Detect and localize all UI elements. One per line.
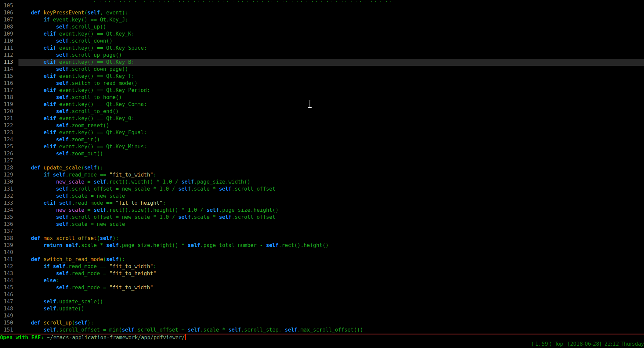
code-text[interactable]: self.scroll_to_home(): [18, 94, 644, 101]
code-line[interactable]: 138 def max_scroll_offset(self):: [0, 235, 644, 242]
code-text[interactable]: self.scroll_offset = new_scale * 1.0 / s…: [18, 186, 644, 193]
code-line-current[interactable]: 113 elif event.key() == Qt.Key_B:: [0, 59, 644, 66]
code-text[interactable]: self.scroll_down_page(): [18, 66, 644, 73]
code-text[interactable]: self.zoom_out(): [18, 150, 644, 157]
code-text[interactable]: self.update_scale(): [18, 298, 644, 305]
code-line[interactable]: 141 def switch_to_read_mode(self):: [0, 256, 644, 263]
code-line[interactable]: 121 elif event.key() == Qt.Key_0:: [0, 115, 644, 122]
code-text[interactable]: self.scroll_down(): [18, 38, 644, 45]
code-line[interactable]: 142 if self.read_mode == "fit_to_width":: [0, 263, 644, 270]
code-line[interactable]: 146: [0, 291, 644, 298]
code-line[interactable]: 106 def keyPressEvent(self, event):: [0, 9, 644, 16]
code-line[interactable]: 134 new_scale = self.rect().size().heigh…: [0, 207, 644, 214]
code-line[interactable]: 127: [0, 157, 644, 164]
code-line[interactable]: 124 self.zoom_in(): [0, 136, 644, 143]
code-text[interactable]: self.scroll_offset = min(self.scroll_off…: [18, 327, 644, 334]
code-line[interactable]: 140: [0, 249, 644, 256]
code-line[interactable]: 119 elif event.key() == Qt.Key_Comma:: [0, 101, 644, 108]
code-line[interactable]: 151 self.scroll_offset = min(self.scroll…: [0, 327, 644, 334]
code-text[interactable]: self.scroll_up(): [18, 23, 644, 31]
code-line[interactable]: 149: [0, 312, 644, 319]
code-text[interactable]: elif event.key() == Qt.Key_Minus:: [18, 143, 644, 150]
code-line[interactable]: 110 self.scroll_down(): [0, 38, 644, 45]
code-text[interactable]: self.read_mode = "fit_to_width": [18, 284, 644, 291]
code-line[interactable]: 130 new_scale = self.rect().width() * 1.…: [0, 179, 644, 186]
code-line[interactable]: 107 if event.key() == Qt.Key_J:: [0, 16, 644, 23]
code-text[interactable]: if event.key() == Qt.Key_J:: [18, 16, 644, 23]
code-line[interactable]: 114 self.scroll_down_page(): [0, 66, 644, 73]
code-line[interactable]: 137: [0, 228, 644, 235]
code-area[interactable]: 105106 def keyPressEvent(self, event):10…: [0, 0, 644, 334]
code-line[interactable]: 116 self.switch_to_read_mode(): [0, 80, 644, 87]
code-line[interactable]: [0, 0, 644, 2]
code-text[interactable]: [18, 0, 644, 2]
code-line[interactable]: 132 self.scale = new_scale: [0, 193, 644, 200]
code-line[interactable]: 135 self.scroll_offset = new_scale * 1.0…: [0, 214, 644, 221]
code-line[interactable]: 105: [0, 2, 644, 9]
code-line[interactable]: 115 elif event.key() == Qt.Key_T:: [0, 73, 644, 80]
code-text[interactable]: elif event.key() == Qt.Key_Comma:: [18, 101, 644, 108]
code-text[interactable]: self.zoom_in(): [18, 136, 644, 143]
code-line[interactable]: 118 self.scroll_to_home(): [0, 94, 644, 101]
code-text[interactable]: self.zoom_reset(): [18, 122, 644, 129]
code-text[interactable]: [18, 2, 644, 9]
code-text[interactable]: self.read_mode = "fit_to_height": [18, 270, 644, 277]
code-line[interactable]: 126 self.zoom_out(): [0, 150, 644, 157]
code-line[interactable]: 125 elif event.key() == Qt.Key_Minus:: [0, 143, 644, 150]
code-text[interactable]: [18, 312, 644, 319]
code-line[interactable]: 136 self.scale = new_scale: [0, 221, 644, 228]
code-text[interactable]: def scroll_up(self):: [18, 319, 644, 327]
code-text[interactable]: def switch_to_read_mode(self):: [18, 256, 644, 263]
code-text[interactable]: if self.read_mode == "fit_to_width":: [18, 171, 644, 179]
code-text[interactable]: elif event.key() == Qt.Key_T:: [18, 73, 644, 80]
code-line[interactable]: 111 elif event.key() == Qt.Key_Space:: [0, 45, 644, 52]
code-text[interactable]: self.scroll_to_end(): [18, 108, 644, 115]
code-text[interactable]: return self.scale * self.page_size.heigh…: [18, 242, 644, 249]
code-text[interactable]: [18, 291, 644, 298]
code-text[interactable]: self.scale = new_scale: [18, 221, 644, 228]
code-text[interactable]: elif event.key() == Qt.Key_Period:: [18, 87, 644, 94]
code-line[interactable]: 145 self.read_mode = "fit_to_width": [0, 284, 644, 291]
code-line[interactable]: 129 if self.read_mode == "fit_to_width":: [0, 171, 644, 179]
code-line[interactable]: 133 elif self.read_mode == "fit_to_heigh…: [0, 200, 644, 207]
code-text[interactable]: elif event.key() == Qt.Key_Space:: [18, 45, 644, 52]
code-line[interactable]: 131 self.scroll_offset = new_scale * 1.0…: [0, 186, 644, 193]
code-line[interactable]: 123 elif event.key() == Qt.Key_Equal:: [0, 129, 644, 136]
code-line[interactable]: 112 self.scroll_up_page(): [0, 52, 644, 59]
code-line[interactable]: 147 self.update_scale(): [0, 298, 644, 305]
code-line[interactable]: 139 return self.scale * self.page_size.h…: [0, 242, 644, 249]
code-line[interactable]: 144 else:: [0, 277, 644, 284]
code-text[interactable]: def keyPressEvent(self, event):: [18, 9, 644, 16]
code-text[interactable]: elif event.key() == Qt.Key_K:: [18, 31, 644, 38]
code-line[interactable]: 128 def update_scale(self):: [0, 164, 644, 171]
code-line[interactable]: 122 self.zoom_reset(): [0, 122, 644, 129]
code-text[interactable]: elif event.key() == Qt.Key_B:: [18, 59, 644, 66]
code-text[interactable]: self.update(): [18, 305, 644, 312]
code-line[interactable]: 143 self.read_mode = "fit_to_height": [0, 270, 644, 277]
code-text[interactable]: self.scale = new_scale: [18, 193, 644, 200]
code-line[interactable]: 108 self.scroll_up(): [0, 23, 644, 31]
code-line[interactable]: 148 self.update(): [0, 305, 644, 312]
code-text[interactable]: if self.read_mode == "fit_to_width":: [18, 263, 644, 270]
code-line[interactable]: 117 elif event.key() == Qt.Key_Period:: [0, 87, 644, 94]
code-line[interactable]: 109 elif event.key() == Qt.Key_K:: [0, 31, 644, 38]
code-text[interactable]: elif event.key() == Qt.Key_Equal:: [18, 129, 644, 136]
code-text[interactable]: new_scale = self.rect().width() * 1.0 / …: [18, 179, 644, 186]
code-text[interactable]: self.scroll_offset = new_scale * 1.0 / s…: [18, 214, 644, 221]
code-text[interactable]: [18, 157, 644, 164]
code-line[interactable]: 150 def scroll_up(self):: [0, 319, 644, 327]
code-text[interactable]: new_scale = self.rect().size().height() …: [18, 207, 644, 214]
code-text[interactable]: def max_scroll_offset(self):: [18, 235, 644, 242]
line-number: 113: [0, 59, 18, 66]
code-text[interactable]: self.scroll_up_page(): [18, 52, 644, 59]
code-text[interactable]: [18, 249, 644, 256]
code-text[interactable]: def update_scale(self):: [18, 164, 644, 171]
code-text[interactable]: [18, 228, 644, 235]
code-line[interactable]: 120 self.scroll_to_end(): [0, 108, 644, 115]
code-text[interactable]: self.switch_to_read_mode(): [18, 80, 644, 87]
code-text[interactable]: elif event.key() == Qt.Key_0:: [18, 115, 644, 122]
minibuffer-input[interactable]: ~/emacs-application-framework/app/pdfvie…: [47, 335, 185, 341]
code-text[interactable]: elif self.read_mode == "fit_to_height":: [18, 200, 644, 207]
minibuffer[interactable]: Open with EAF: ~/emacs-application-frame…: [0, 334, 186, 341]
code-text[interactable]: else:: [18, 277, 644, 284]
